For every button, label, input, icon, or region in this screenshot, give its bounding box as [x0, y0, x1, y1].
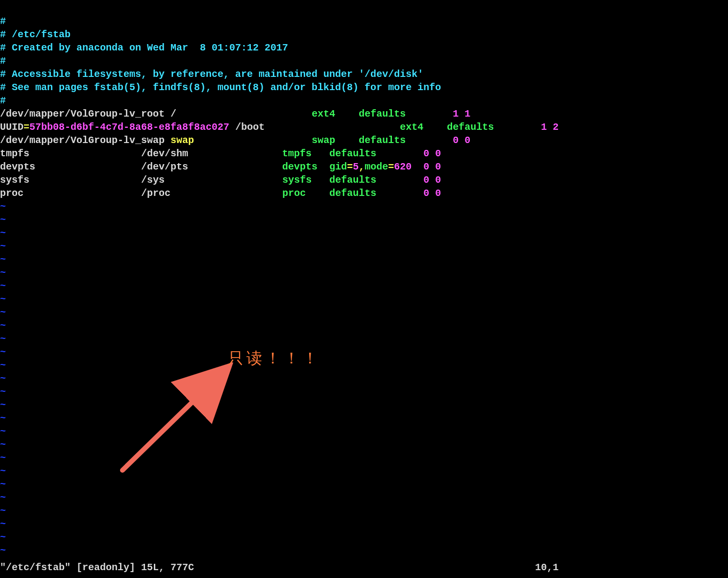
- annotation-text: 只读！！！: [228, 352, 321, 365]
- annotation-arrow-icon: [113, 362, 240, 480]
- fs-dump: 0: [423, 174, 429, 186]
- fs-dump: 1: [541, 121, 547, 133]
- fs-pass: 0: [435, 161, 441, 172]
- fs-device: tmpfs: [0, 148, 29, 159]
- fs-mount: /: [170, 108, 176, 120]
- fs-opts: defaults: [447, 121, 494, 133]
- fs-pass: 0: [464, 135, 470, 146]
- opt-sep: ,: [359, 161, 364, 172]
- empty-line-tildes: ~ ~ ~ ~ ~ ~ ~ ~ ~ ~ ~ ~ ~ ~ ~ ~ ~ ~ ~ ~ …: [0, 200, 6, 557]
- editor-content[interactable]: # # /etc/fstab # Created by anaconda on …: [0, 15, 558, 200]
- fs-device: /dev/mapper/VolGroup-lv_swap: [0, 135, 165, 146]
- fs-mount: /dev/pts: [141, 161, 188, 172]
- fs-mount: /dev/shm: [141, 148, 188, 159]
- comment-line: #: [0, 16, 6, 27]
- fs-mount: /sys: [141, 174, 165, 186]
- fs-dump: 0: [423, 148, 429, 159]
- fs-dump: 0: [453, 135, 459, 146]
- fs-pass: 0: [435, 174, 441, 186]
- fs-type: swap: [312, 135, 335, 146]
- fs-mount: /boot: [235, 121, 265, 133]
- fs-device: /dev/mapper/VolGroup-lv_root: [0, 108, 165, 120]
- comment-line: # Accessible filesystems, by reference, …: [0, 69, 423, 80]
- fs-pass: 2: [553, 121, 558, 133]
- fs-type: proc: [282, 188, 306, 199]
- fs-opts: defaults: [359, 108, 406, 120]
- vim-status-bar: "/etc/fstab" [readonly] 15L, 777C 10,1: [0, 561, 728, 574]
- fs-type: ext4: [312, 108, 335, 120]
- status-size: 15L, 777C: [141, 562, 194, 573]
- terminal-screen: # # /etc/fstab # Created by anaconda on …: [0, 0, 728, 578]
- opt-key: mode: [364, 161, 388, 172]
- uuid-key: UUID: [0, 121, 24, 133]
- fs-dump: 0: [423, 188, 429, 199]
- fs-mount: /proc: [141, 188, 170, 199]
- svg-line-0: [122, 372, 223, 470]
- status-cursor-pos: 10,1: [535, 562, 558, 573]
- status-filename: "/etc/fstab": [0, 562, 71, 573]
- comment-line: #: [0, 55, 6, 67]
- fs-mount: swap: [170, 135, 194, 146]
- fs-pass: 1: [464, 108, 470, 120]
- fs-device: sysfs: [0, 174, 29, 186]
- fs-pass: 0: [435, 188, 441, 199]
- uuid-eq: =: [24, 121, 29, 133]
- status-readonly-flag: [readonly]: [76, 562, 135, 573]
- fs-opts: defaults: [359, 135, 406, 146]
- uuid-value: 57bb08-d6bf-4c7d-8a68-e8fa8f8ac027: [29, 121, 229, 133]
- fs-type: tmpfs: [282, 148, 312, 159]
- comment-line: # See man pages fstab(5), findfs(8), mou…: [0, 82, 441, 93]
- opt-key: gid: [329, 161, 347, 172]
- fs-type: devpts: [282, 161, 317, 172]
- fs-type: sysfs: [282, 174, 312, 186]
- comment-line: #: [0, 95, 6, 106]
- fs-opts: defaults: [329, 188, 376, 199]
- fs-pass: 0: [435, 148, 441, 159]
- opt-val: 5: [353, 161, 359, 172]
- fs-opts: defaults: [329, 148, 376, 159]
- opt-val: 620: [394, 161, 412, 172]
- fs-dump: 1: [453, 108, 459, 120]
- fs-type: ext4: [400, 121, 423, 133]
- opt-eq: =: [388, 161, 394, 172]
- fs-dump: 0: [423, 161, 429, 172]
- comment-line: # Created by anaconda on Wed Mar 8 01:07…: [0, 42, 288, 53]
- comment-line: # /etc/fstab: [0, 29, 71, 40]
- fs-device: devpts: [0, 161, 35, 172]
- fs-opts: defaults: [329, 174, 376, 186]
- opt-eq: =: [347, 161, 353, 172]
- fs-device: proc: [0, 188, 24, 199]
